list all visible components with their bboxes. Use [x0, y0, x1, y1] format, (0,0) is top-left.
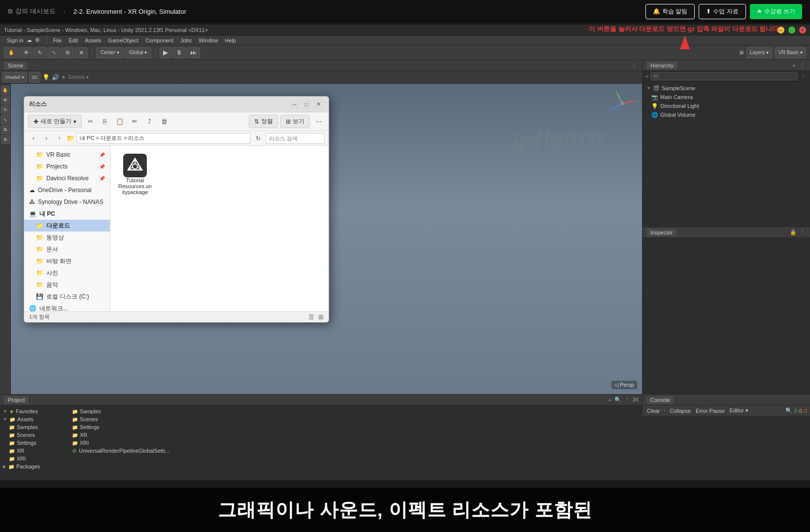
- settings-folder-left[interactable]: 📁 Settings: [2, 439, 67, 447]
- pivot-button[interactable]: Center ▾: [96, 47, 124, 58]
- hierarchy-light-item[interactable]: 💡 Directional Light: [644, 101, 808, 110]
- scale-tool[interactable]: ⤡: [47, 47, 60, 58]
- hierarchy-scene-item[interactable]: ▼ 🎬 SampleScene: [644, 84, 808, 93]
- maximize-button[interactable]: □: [788, 27, 795, 33]
- hierarchy-search-input[interactable]: [650, 72, 798, 80]
- rect-scene-btn[interactable]: ⊞: [1, 125, 10, 134]
- hand-tool[interactable]: ✋: [4, 47, 19, 58]
- asset-urp[interactable]: ⚙ UniversalRenderPipelineGlobalSetti...: [71, 447, 640, 455]
- fe-paste-btn[interactable]: 📋: [113, 115, 126, 128]
- fe-refresh-btn[interactable]: ↻: [253, 135, 264, 142]
- hierarchy-menu-btn[interactable]: ⋮: [799, 62, 806, 68]
- global-button[interactable]: Global ▾: [125, 47, 152, 58]
- move-tool[interactable]: ✙: [20, 47, 33, 58]
- asset-samples[interactable]: 📁 Samples: [71, 407, 640, 415]
- fe-new-button[interactable]: ✚ 새로 만들기 ▾: [28, 115, 82, 128]
- scene-view-options[interactable]: Shaded ▾: [2, 72, 27, 83]
- custom-scene-btn[interactable]: ⊕: [1, 135, 10, 144]
- inspector-tab[interactable]: Inspector: [646, 229, 676, 236]
- samples-folder-left[interactable]: 📁 Samples: [2, 423, 67, 431]
- dashboard-link[interactable]: ⧉ 강의 대시보드: [8, 7, 56, 16]
- asset-scenes[interactable]: 📁 Scenes: [71, 415, 640, 423]
- scale-scene-btn[interactable]: ⤡: [1, 115, 10, 124]
- fe-synology-item[interactable]: 🖧 Synology Drive - NANAS: [24, 196, 110, 208]
- rect-tool[interactable]: ⊞: [61, 47, 74, 58]
- fe-davinci-item[interactable]: 📁 Davinci Resolve 📌: [24, 172, 110, 184]
- hand-scene-btn[interactable]: ✋: [1, 86, 10, 95]
- menu-file[interactable]: File: [50, 36, 65, 44]
- write-review-button[interactable]: ★ 수강평 쓰기: [750, 4, 802, 19]
- console-clear-btn[interactable]: Clear: [645, 408, 661, 414]
- menu-component[interactable]: Component: [142, 36, 176, 44]
- fe-copy-btn[interactable]: ⎘: [99, 115, 111, 128]
- project-add-btn[interactable]: +: [607, 397, 612, 403]
- fe-address-input[interactable]: [76, 133, 251, 144]
- play-button[interactable]: ▶: [160, 47, 171, 58]
- fe-mypc-item[interactable]: 💻 내 PC: [24, 208, 110, 220]
- fe-projects-item[interactable]: 📁 Projects 📌: [24, 161, 110, 172]
- lecture-alarm-button[interactable]: 🔔 학습 알림: [645, 4, 695, 19]
- fe-cut-btn[interactable]: ✂: [84, 115, 97, 128]
- console-error-pause-btn[interactable]: Error Pause: [694, 408, 726, 414]
- rotate-tool[interactable]: ↻: [34, 47, 46, 58]
- xri-folder-left[interactable]: 📁 XRI: [2, 455, 67, 463]
- inspector-menu-btn[interactable]: ⋮: [799, 229, 806, 235]
- step-button[interactable]: ⏭: [187, 47, 200, 58]
- move-scene-btn[interactable]: ✙: [1, 96, 10, 104]
- menu-edit[interactable]: Edit: [66, 36, 81, 44]
- scene-menu-btn[interactable]: ⋮: [631, 62, 638, 68]
- fe-grid-view-btn[interactable]: ⊞: [318, 313, 324, 321]
- hierarchy-camera-item[interactable]: 📷 Main Camera: [644, 93, 808, 101]
- menu-window[interactable]: Window: [196, 36, 221, 44]
- fe-vr-basic-item[interactable]: 📁 VR Basic 📌: [24, 149, 110, 161]
- fe-close-btn[interactable]: ✕: [313, 99, 324, 110]
- fe-local-disk-item[interactable]: 💾 로컬 디스크 (C:): [24, 291, 110, 302]
- hierarchy-add-btn[interactable]: +: [792, 63, 797, 68]
- hierarchy-more-btn[interactable]: ⋮: [800, 73, 807, 79]
- asset-xri[interactable]: 📁 XRI: [71, 439, 640, 447]
- asset-settings[interactable]: 📁 Settings: [71, 423, 640, 431]
- xr-folder-left[interactable]: 📁 XR: [2, 447, 67, 455]
- menu-jobs[interactable]: Jobs: [177, 36, 195, 44]
- project-tab[interactable]: Project: [4, 396, 29, 404]
- menu-help[interactable]: Help: [222, 36, 239, 44]
- fe-photos-item[interactable]: 📁 사진: [24, 267, 110, 279]
- fe-back-btn[interactable]: ‹: [28, 135, 39, 142]
- fe-search-input[interactable]: [266, 133, 325, 144]
- hierarchy-volume-item[interactable]: 🌐 Global Volume: [644, 110, 808, 119]
- transform-tool[interactable]: ⊕: [75, 47, 88, 58]
- scene-2d-btn[interactable]: 2D: [29, 72, 41, 83]
- fe-forward-btn[interactable]: ›: [41, 135, 52, 142]
- fe-network-item[interactable]: 🌐 네트워크...: [24, 302, 110, 311]
- console-collapse-btn[interactable]: Collapse: [668, 408, 692, 414]
- packages-folder[interactable]: ▶ 📁 Packages: [2, 463, 67, 470]
- fe-onedrive-item[interactable]: ☁ OneDrive - Personal: [24, 184, 110, 196]
- scenes-folder-left[interactable]: 📁 Scenes: [2, 431, 67, 439]
- project-more-btn[interactable]: ⋮: [623, 397, 631, 403]
- console-editor-btn[interactable]: Editor ▾: [728, 407, 750, 414]
- pause-button[interactable]: ⏸: [172, 47, 186, 58]
- fe-rename-btn[interactable]: ✏: [128, 115, 141, 128]
- fe-videos-item[interactable]: 📁 동영상: [24, 232, 110, 243]
- rotate-scene-btn[interactable]: ↻: [1, 105, 10, 114]
- fe-minimize-btn[interactable]: ─: [289, 99, 300, 110]
- asset-xr[interactable]: 📁 XR: [71, 431, 640, 439]
- fe-view-btn[interactable]: ⊞ 보기: [280, 115, 310, 128]
- menu-gameobject[interactable]: GameObject: [105, 36, 141, 44]
- hierarchy-tab[interactable]: Hierarchy: [646, 62, 677, 69]
- fe-share-btn[interactable]: ⤴: [143, 115, 156, 128]
- fe-music-item[interactable]: 📁 음악: [24, 279, 110, 291]
- console-tab[interactable]: Console: [646, 396, 674, 404]
- fe-more-btn[interactable]: ⋯: [312, 115, 325, 128]
- fe-maximize-btn[interactable]: □: [301, 99, 312, 110]
- fe-file-tutorial[interactable]: Tutorial Resources.unitypackage: [115, 151, 155, 198]
- fe-list-view-btn[interactable]: ☰: [308, 313, 314, 321]
- close-button[interactable]: ✕: [799, 27, 806, 33]
- assets-folder[interactable]: ▼ 📁 Assets: [2, 415, 67, 423]
- fe-downloads-item[interactable]: 📁 다운로드: [24, 220, 110, 232]
- fe-up-btn[interactable]: ↑: [54, 135, 65, 142]
- fe-sort-btn[interactable]: ⇅ 정렬: [249, 115, 278, 128]
- favorites-folder[interactable]: ▼ ★ Favorites: [2, 407, 67, 415]
- fe-desktop-item[interactable]: 📁 바탕 화면: [24, 255, 110, 267]
- fe-docs-item[interactable]: 📁 문서: [24, 243, 110, 255]
